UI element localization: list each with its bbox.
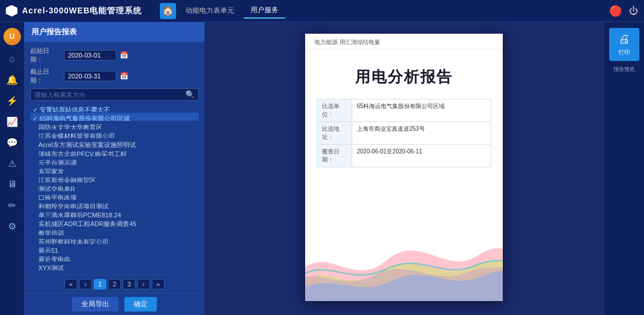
tree-section: ✓ 安置站原站信息不需大不 ✓ 65科海电气集股份有限公司区域 国防火文学大学教… [30,104,199,270]
info-row-date: 覆查日期： 2020-06-01至2020-06-11 [317,145,491,167]
sidebar-nav: U ⌂ 🔔 ⚡ 📈 💬 ⚠ 🖥 ✏ ⚙ [0,22,24,315]
nav-icon-alarm[interactable]: ⚠ [3,156,21,171]
tree-item-17[interactable]: 最近变电临 [30,253,199,262]
top-bar: Acrel-3000WEB电能管理系统 🏠 动能电力表单元 用户服务 🔴 ⏻ [0,0,644,22]
power-button[interactable]: ⏻ [629,6,638,16]
home-button[interactable]: 🏠 [160,3,176,19]
search-input[interactable] [34,91,183,98]
app-title: Acrel-3000WEB电能管理系统 [22,6,142,16]
preview-label: 报告预览 [614,66,635,73]
tree-item-9[interactable]: 测试交电单R [30,183,199,191]
start-date-input[interactable] [64,50,116,60]
report-header-strip: 电力能源 用汇清综结电量 [305,34,503,49]
page-next[interactable]: › [137,279,150,289]
tree-item-4[interactable]: Acrel东方测试实验室案设施照明试 [30,139,199,147]
date-range-label: 覆查日期： [317,145,352,167]
report-title: 用电分析报告 [305,49,503,99]
tree-item-10[interactable]: 口验平电改项 [30,192,199,200]
top-nav: 🏠 动能电力表单元 用户服务 [160,3,610,19]
page-last[interactable]: » [152,279,164,289]
address-label: 比选地址： [317,122,352,144]
page-2[interactable]: 2 [108,279,121,289]
content-area: 电力能源 用汇清综结电量 用电分析报告 比选单位： 65科海运电气集股份有限公司… [205,22,603,315]
page-prev[interactable]: ‹ [79,279,92,289]
wave-decoration [305,225,503,301]
tree-item-15[interactable]: 苏州野察科技未有定公司 [30,236,199,244]
nav-tab-user[interactable]: 用户服务 [244,3,285,19]
tree-item-14[interactable]: 教学培训 [30,227,199,235]
tree-item-7[interactable]: 东写家发 [30,166,199,174]
tree-item-1[interactable]: ✓ 65科海电气集股份有限公司区域 [30,113,199,121]
nav-icon-settings[interactable]: ⚙ [3,219,21,234]
nav-tab-energy[interactable]: 动能电力表单元 [178,3,241,18]
tree-item-11[interactable]: 利都投交向电话项目测试 [30,201,199,209]
main-layout: U ⌂ 🔔 ⚡ 📈 💬 ⚠ 🖥 ✏ ⚙ 用户报告报表 起始日期： 📅 截止日期：… [0,22,644,315]
nav-icon-device[interactable]: 🖥 [3,177,21,192]
start-date-label: 起始日期： [30,46,60,64]
page-1[interactable]: 1 [94,279,106,289]
left-panel: 用户报告报表 起始日期： 📅 截止日期： 📅 🔍 ✓ 安置站原站信息不需大不 [24,22,205,315]
tree-item-16[interactable]: 最示51 [30,245,199,253]
tree-item-5[interactable]: 清镇市古北前PFCV.购买书工程 [30,148,199,156]
tree-item-13[interactable]: 实机城区ADR工程ADR服务调查45 [30,218,199,226]
page-first[interactable]: « [65,279,77,289]
info-row-company: 比选单位： 65科海运电气集股份有限公司区域 [317,99,491,122]
nav-icon-edit[interactable]: ✏ [3,198,21,213]
end-date-calendar-icon[interactable]: 📅 [120,72,128,80]
report-document: 电力能源 用汇清综结电量 用电分析报告 比选单位： 65科海运电气集股份有限公司… [305,34,503,301]
tree-item-18[interactable]: XYX测试 [30,262,199,270]
user-avatar[interactable]: U [3,28,21,45]
panel-bottom: 全局导出 确定 [24,293,205,315]
report-info-table: 比选单位： 65科海运电气集股份有限公司区域 比选地址： 上海市商业宝真道道25… [317,99,491,167]
pagination: « ‹ 1 2 3 › » [24,275,205,293]
print-label: 打印 [618,48,630,56]
tree-item-12[interactable]: 单三滴水露颇后PCME818.24 [30,209,199,217]
nav-icon-chart[interactable]: 📈 [3,114,21,129]
info-row-address: 比选地址： 上海市商业宝真道道253号 [317,122,491,145]
company-label: 比选单位： [317,99,352,121]
start-date-row: 起始日期： 📅 [30,46,199,64]
end-date-row: 截止日期： 📅 [30,67,199,85]
search-row: 🔍 [30,88,199,101]
panel-header: 用户报告报表 [24,22,205,42]
logo-area: Acrel-3000WEB电能管理系统 [6,5,142,17]
panel-body: 起始日期： 📅 截止日期： 📅 🔍 ✓ 安置站原站信息不需大不 ✓ 65科海电气… [24,42,205,275]
right-panel: 🖨 打印 报告预览 [603,22,644,315]
address-value: 上海市商业宝真道道253号 [352,122,491,144]
nav-icon-home[interactable]: ⌂ [3,51,21,66]
end-date-input[interactable] [64,71,116,81]
alert-button[interactable]: 🔴 [609,5,622,17]
top-right-controls: 🔴 ⏻ [609,5,638,17]
company-value: 65科海运电气集股份有限公司区域 [352,99,491,121]
tree-item-6[interactable]: 云平台测示调 [30,157,199,165]
nav-icon-message[interactable]: 💬 [3,135,21,150]
tree-item-8[interactable]: 江苏新华金融商贸区 [30,174,199,182]
start-date-calendar-icon[interactable]: 📅 [120,51,128,59]
page-3[interactable]: 3 [123,279,135,289]
export-button[interactable]: 全局导出 [72,297,119,312]
nav-icon-lightning[interactable]: ⚡ [3,93,21,108]
tree-item-2[interactable]: 国防火文学大学教育区 [30,121,199,130]
print-icon: 🖨 [618,33,630,46]
nav-icon-notification[interactable]: 🔔 [3,72,21,87]
print-button[interactable]: 🖨 打印 [609,28,639,61]
tree-item-0[interactable]: ✓ 安置站原站信息不需大不 [30,104,199,112]
end-date-label: 截止日期： [30,67,60,85]
search-button[interactable]: 🔍 [185,90,195,99]
confirm-button[interactable]: 确定 [124,297,157,312]
logo-icon [6,5,17,17]
date-range-value: 2020-06-01至2020-06-11 [352,145,491,167]
tree-item-3[interactable]: 江苏金蝶材料貿资有限公司 [30,130,199,138]
